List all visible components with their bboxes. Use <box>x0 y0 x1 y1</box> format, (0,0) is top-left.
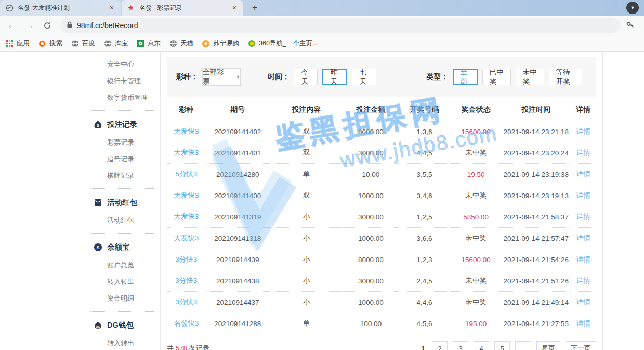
page-2-button[interactable]: 2 <box>432 341 448 350</box>
total-count: 578 <box>176 344 187 350</box>
sidebar-item-security-center[interactable]: 安全中心 <box>84 56 160 73</box>
detail-link[interactable]: 详情 <box>576 234 590 242</box>
numbers-cell: 1,2,3 <box>399 249 450 270</box>
lottery-link[interactable]: 大发快3 <box>167 228 205 249</box>
sidebar-item-account-overview[interactable]: 账户总览 <box>84 257 160 274</box>
page-3-button[interactable]: 3 <box>453 341 468 350</box>
time-today-button[interactable]: 今天 <box>294 69 318 85</box>
detail-link[interactable]: 详情 <box>576 213 590 221</box>
type-pending-button[interactable]: 等待开奖 <box>549 69 582 85</box>
jd-flower-icon <box>136 40 144 48</box>
col-detail: 详情 <box>570 99 596 121</box>
issue-cell: 20210914438 <box>205 270 270 292</box>
lottery-link[interactable]: 3分快3 <box>167 270 205 292</box>
time-cell: 2021-09-14 23:19:13 <box>502 185 570 206</box>
type-lost-button[interactable]: 未中奖 <box>516 69 544 85</box>
time-yesterday-button[interactable]: 昨天 <box>322 69 347 85</box>
issue-cell: 202109141400 <box>205 185 270 206</box>
lottery-type-select[interactable]: 全部彩票 ▼ <box>202 68 241 86</box>
lottery-link[interactable]: 大发快3 <box>167 185 205 206</box>
sidebar-item-lottery-records[interactable]: 彩票记录 <box>84 134 160 151</box>
address-bar[interactable]: 98mf.cc/betRecord <box>60 18 620 33</box>
time-cell: 2021-09-14 23:21:18 <box>502 121 570 142</box>
detail-link[interactable]: 详情 <box>576 255 590 263</box>
sidebar-section-label: DG钱包 <box>107 320 134 330</box>
table-row: 大发快3 202109141319 小 3000.00 1,2,5 5850.0… <box>167 206 596 228</box>
table-row: 大发快3 202109141402 双 8000.00 1,3,6 15600.… <box>167 121 596 142</box>
type-all-button[interactable]: 全部 <box>453 69 478 85</box>
content-cell: 单 <box>270 313 343 334</box>
detail-link[interactable]: 详情 <box>576 319 590 327</box>
amount-cell: 8000.00 <box>343 121 399 142</box>
sidebar-section-bet-records[interactable]: $ 投注记录 <box>84 115 160 134</box>
next-page-button[interactable]: 下一页 <box>566 341 596 350</box>
bookmark-jd[interactable]: 京东 <box>136 39 161 48</box>
detail-link[interactable]: 详情 <box>576 191 590 199</box>
svg-text:S: S <box>96 245 99 250</box>
time-cell: 2021-09-14 21:49:14 <box>502 292 570 313</box>
bookmark-360nav[interactable]: 360导航_一个主页... <box>247 39 318 48</box>
sidebar-section-yuebao[interactable]: S 余额宝 <box>84 238 160 257</box>
sidebar-divider <box>90 311 154 312</box>
table-row: 大发快3 202109141401 双 3000.00 4,4,5 未中奖 20… <box>167 142 596 164</box>
amount-cell: 3000.00 <box>343 206 399 228</box>
bookmark-label: 360导航_一个主页... <box>259 39 318 48</box>
sidebar-item-crypto[interactable]: 数字货币管理 <box>84 89 160 106</box>
sidebar-section-dg-wallet[interactable]: DG DG钱包 <box>84 316 160 335</box>
lottery-link[interactable]: 大发快3 <box>167 142 205 164</box>
bookmark-baidu[interactable]: 百度 <box>71 39 95 48</box>
detail-link[interactable]: 详情 <box>576 298 590 306</box>
page-4-button[interactable]: 4 <box>474 341 489 350</box>
bookmark-search[interactable]: 搜索 <box>38 39 62 48</box>
back-button-icon[interactable]: ← <box>5 19 19 32</box>
lottery-link[interactable]: 名發快3 <box>167 313 205 334</box>
tab2-close-icon[interactable]: × <box>231 4 238 12</box>
forward-button-icon[interactable]: → <box>23 19 36 32</box>
apps-grid-icon <box>5 40 14 48</box>
detail-link[interactable]: 详情 <box>576 170 590 178</box>
bookmark-tmall[interactable]: 天猫 <box>169 39 193 48</box>
bookmark-label: 京东 <box>148 39 161 48</box>
url-text[interactable]: 98mf.cc/betRecord <box>77 21 138 30</box>
type-won-button[interactable]: 已中奖 <box>482 69 511 85</box>
lottery-link[interactable]: 3分快3 <box>167 249 205 270</box>
bookmark-label: 天猫 <box>180 39 193 48</box>
tab1-close-icon[interactable]: × <box>108 4 115 12</box>
bookmark-suning[interactable]: 苏宁易购 <box>202 39 239 48</box>
detail-link[interactable]: 详情 <box>576 149 590 157</box>
sidebar-item-activity-redpacket[interactable]: 活动红包 <box>84 212 160 229</box>
lottery-link[interactable]: 3分快3 <box>167 292 205 313</box>
sidebar-divider <box>90 188 154 189</box>
sidebar-item-dg-transfer[interactable]: 转入转出 <box>84 335 160 350</box>
nav-360-icon <box>247 40 256 48</box>
bookmark-taobao[interactable]: 淘宝 <box>103 39 128 48</box>
lottery-link[interactable]: 5分快3 <box>167 164 205 185</box>
tab1-title: 名發-大发精准计划 <box>18 4 108 12</box>
bookmark-apps[interactable]: 应用 <box>5 39 30 48</box>
prize-cell: 19.50 <box>450 164 502 185</box>
time-seven-days-button[interactable]: 七天 <box>352 69 376 85</box>
new-tab-button[interactable]: + <box>248 2 261 15</box>
page-5-button[interactable]: 5 <box>494 341 510 350</box>
browser-tab-1[interactable]: 名發-大发精准计划 × <box>0 0 121 16</box>
reload-button-icon[interactable] <box>41 19 54 32</box>
last-page-button[interactable]: 尾页 <box>536 341 560 350</box>
sidebar-item-fund-detail[interactable]: 资金明细 <box>84 290 160 307</box>
password-key-icon[interactable] <box>625 20 637 31</box>
lottery-link[interactable]: 大发快3 <box>167 206 205 228</box>
sidebar-item-transfer[interactable]: 转入转出 <box>84 274 160 290</box>
tab-search-menu-button[interactable]: ▼ <box>626 2 639 14</box>
amount-cell: 1000.00 <box>343 292 399 313</box>
detail-link[interactable]: 详情 <box>576 127 590 135</box>
time-cell: 2021-09-14 21:57:47 <box>502 228 570 249</box>
sidebar-item-chase-records[interactable]: 追号记录 <box>84 151 160 167</box>
sidebar-item-bank-card[interactable]: 银行卡管理 <box>84 73 160 89</box>
lottery-link[interactable]: 大发快3 <box>167 121 205 142</box>
browser-tab-2-active[interactable]: ★ 名發 - 彩票记录 × <box>122 0 243 16</box>
prize-cell: 未中奖 <box>450 270 502 292</box>
detail-link[interactable]: 详情 <box>576 277 590 284</box>
sidebar-section-red-packet[interactable]: 活动红包 <box>84 193 160 212</box>
lottery-filter-label: 彩种： <box>176 72 198 82</box>
ellipsis-button[interactable]: ... <box>515 341 531 350</box>
sidebar-item-board-records[interactable]: 棋牌记录 <box>84 167 160 184</box>
